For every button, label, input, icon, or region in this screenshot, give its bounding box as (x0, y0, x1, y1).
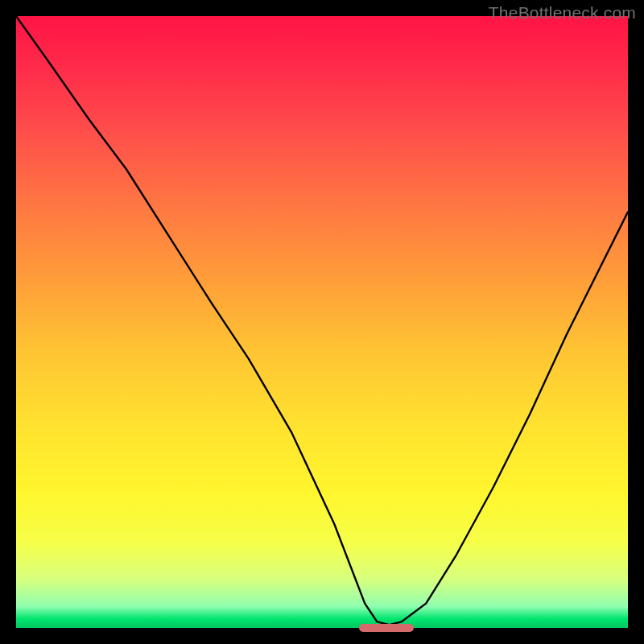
curve-path (16, 16, 628, 625)
optimum-marker (359, 624, 414, 632)
watermark-text: TheBottleneck.com (489, 3, 636, 23)
chart-frame: TheBottleneck.com (0, 0, 644, 644)
bottleneck-curve (16, 16, 628, 628)
plot-area (16, 16, 628, 628)
